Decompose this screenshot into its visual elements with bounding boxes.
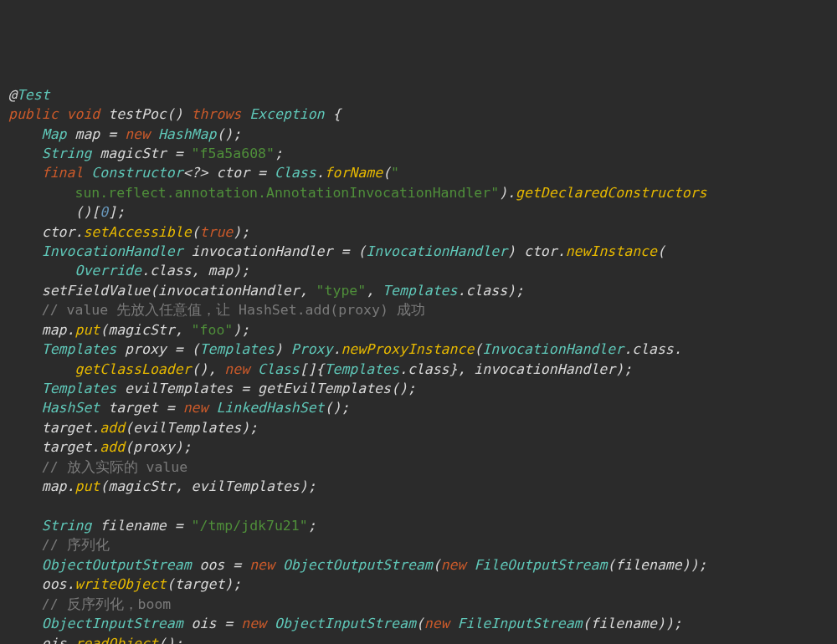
annotation-at: @ [8,87,17,103]
meth-getdeclaredconstructors: getDeclaredConstructors [516,185,706,201]
var-ctor: ctor [216,165,249,181]
str-classname: sun.reflect.annotation.AnnotationInvocat… [74,185,499,201]
meth-getclassloader: getClassLoader [74,361,191,377]
var-invocationhandler: invocationHandler [192,243,333,259]
meth-geteviltemplates: getEvilTemplates [258,381,391,396]
type-ois: ObjectInputStream [42,616,183,631]
str-magic: "f5a5a608" [192,146,275,161]
type-hashmap: HashMap [158,126,217,142]
kw-throws: throws [192,106,242,122]
var-target: target [108,400,158,416]
kw-public: public [8,106,59,122]
type-fos: FileOutputStream [474,557,607,573]
meth-newproxyinstance: newProxyInstance [341,341,474,357]
type-exception: Exception [249,106,324,122]
type-proxy: Proxy [291,341,333,357]
type-invocationhandler: InvocationHandler [42,243,183,259]
method-name: testPoc [108,106,167,122]
str-foo: "foo" [192,322,234,338]
comment-serialize: // 序列化 [42,537,110,553]
str-filename: "/tmp/jdk7u21" [192,518,308,534]
kw-void: void [67,106,100,122]
type-fis: FileInputStream [458,616,583,631]
str-type: "type" [316,283,367,299]
comment-deserialize: // 反序列化，boom [42,596,172,612]
var-ois: ois [192,616,217,631]
var-map: map [75,126,100,142]
kw-true: true [200,224,234,240]
var-filename: filename [100,518,166,534]
type-oos: ObjectOutputStream [42,557,192,573]
var-proxy: proxy [125,341,167,357]
var-oos: oos [200,557,225,573]
meth-readobject: readObject [75,636,158,645]
var-magicstr: magicStr [100,146,166,161]
meth-add: add [100,420,125,436]
type-string: String [42,146,92,161]
meth-setaccessible: setAccessible [83,224,191,240]
comment-put1: // value 先放入任意值，让 HashSet.add(proxy) 成功 [42,302,425,318]
code-block: @Test public void testPoc() throws Excep… [8,85,829,644]
meth-forname: forName [325,165,383,181]
annotation-test: Test [17,87,50,103]
meth-newinstance: newInstance [566,243,657,259]
meth-setfieldvalue: setFieldValue [42,283,150,299]
kw-final: final [42,165,84,181]
var-eviltemplates: evilTemplates [125,381,233,396]
type-map: Map [42,126,67,142]
num-zero: 0 [100,204,108,220]
meth-put: put [75,322,100,338]
meth-writeobject: writeObject [75,576,167,592]
comment-put2: // 放入实际的 value [42,459,187,475]
type-constructor: Constructor [91,165,182,181]
type-templates: Templates [42,341,116,357]
type-override: Override [74,263,141,279]
type-hashset: HashSet [42,400,100,416]
type-linkedhashset: LinkedHashSet [216,400,324,416]
